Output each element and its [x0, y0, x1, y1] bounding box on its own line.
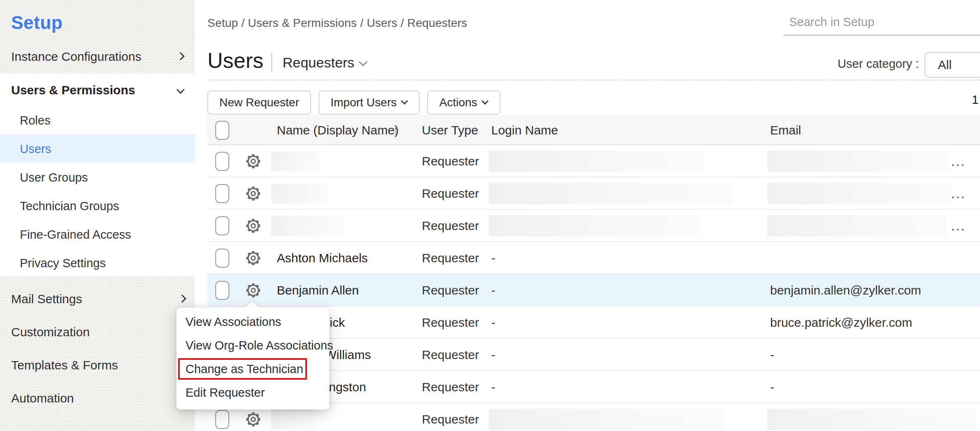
gear-icon[interactable] [246, 283, 261, 298]
chevron-down-icon [401, 98, 408, 105]
sidebar-item-technician-groups[interactable]: Technician Groups [0, 192, 195, 220]
sidebar-item-label: Privacy Settings [20, 256, 106, 270]
actions-button[interactable]: Actions [427, 91, 500, 115]
breadcrumb[interactable]: Setup / Users & Permissions / Users / Re… [207, 17, 467, 30]
redacted-name [271, 409, 316, 429]
sidebar-item-fine-grained-access[interactable]: Fine-Grained Access [0, 220, 195, 249]
user-type-cell: Requester [422, 306, 479, 339]
row-checkbox[interactable] [215, 410, 229, 429]
chevron-right-icon [176, 52, 185, 60]
gear-icon[interactable] [246, 251, 261, 266]
sidebar-item-instance-configurations[interactable]: Instance Configurations [0, 45, 195, 68]
gear-icon[interactable] [246, 154, 261, 169]
table-row[interactable]: ...Requester [207, 145, 980, 177]
redacted-name [271, 184, 329, 204]
redacted-email [767, 183, 952, 204]
setup-logo[interactable]: Setup [11, 12, 63, 33]
sidebar-section-label: Users & Permissions [11, 83, 135, 97]
column-header-name-display-name-[interactable]: Name (Display Name) [277, 115, 399, 145]
page-title: Users [207, 48, 264, 73]
redacted-login-name [489, 409, 725, 430]
sidebar-item-label: Fine-Grained Access [20, 227, 131, 241]
sidebar-item-label: Users [20, 142, 51, 156]
button-label: Actions [439, 96, 477, 109]
table-row[interactable]: ...Requester [207, 210, 980, 242]
new-requester-button[interactable]: New Requester [207, 91, 311, 115]
sidebar-item-label: Mail Settings [11, 292, 82, 306]
login-name-cell: - [491, 339, 495, 371]
sidebar-item-label: Templates & Forms [11, 358, 118, 372]
user-name-cell[interactable]: Ashton Michaels [277, 242, 368, 274]
sidebar-bottom-section: Mail SettingsCustomizationTemplates & Fo… [0, 276, 195, 431]
row-checkbox[interactable] [215, 249, 229, 268]
login-name-cell: - [491, 306, 495, 339]
search-input[interactable] [783, 12, 980, 36]
user-type-cell: Requester [422, 242, 479, 274]
column-header-user-type[interactable]: User Type [422, 115, 478, 145]
button-label: New Requester [219, 96, 299, 109]
column-header-login-name[interactable]: Login Name [491, 115, 558, 145]
email-truncation-ellipsis: ... [951, 177, 966, 210]
menu-item-change-as-technician[interactable]: Change as Technician [176, 357, 329, 381]
chevron-down-icon [481, 98, 488, 105]
select-all-checkbox[interactable] [215, 121, 229, 140]
import-users-button[interactable]: Import Users [319, 91, 420, 115]
sidebar-users-permissions-section: Users & Permissions RolesUsersUser Group… [0, 74, 195, 276]
redacted-login-name [489, 151, 704, 172]
row-checkbox[interactable] [215, 281, 229, 300]
chevron-down-icon [359, 57, 367, 66]
chevron-right-icon [178, 295, 186, 303]
email-truncation-ellipsis: ... [951, 145, 966, 177]
login-name-cell: - [491, 274, 495, 306]
user-type-cell: Requester [422, 210, 479, 242]
email-cell: - [770, 339, 774, 371]
chevron-down-icon [176, 86, 185, 94]
toolbar: New RequesterImport UsersActions [207, 91, 500, 115]
row-context-menu: View AssociationsView Org-Role Associati… [176, 308, 329, 409]
table-row[interactable]: Ashton Michaels-Requester [207, 242, 980, 274]
user-category-select[interactable]: All [925, 52, 980, 78]
menu-item-view-associations[interactable]: View Associations [176, 310, 329, 334]
table-header: Name (Display Name)User TypeLogin NameEm… [207, 115, 980, 145]
row-checkbox[interactable] [215, 216, 229, 235]
column-header-email[interactable]: Email [770, 115, 801, 145]
sidebar-item-user-groups[interactable]: User Groups [0, 163, 195, 192]
sidebar-item-users-permissions[interactable]: Users & Permissions [0, 79, 195, 101]
redacted-email [767, 409, 976, 430]
gear-icon[interactable] [246, 412, 261, 427]
section-divider [207, 79, 980, 81]
user-type-cell: Requester [422, 274, 479, 306]
user-type-cell: Requester [422, 339, 479, 371]
table-row[interactable]: ...Requester [207, 177, 980, 210]
sidebar-item-templates-forms[interactable]: Templates & Forms [0, 353, 195, 378]
user-name-cell[interactable]: ngston [329, 371, 366, 403]
gear-icon[interactable] [246, 218, 261, 233]
sidebar-item-roles[interactable]: Roles [0, 106, 195, 134]
sidebar-item-privacy-settings[interactable]: Privacy Settings [0, 249, 195, 277]
sort-asc-icon[interactable]: ↑ [392, 115, 399, 145]
user-category-label: User category : [822, 57, 919, 71]
sidebar-item-label: Automation [11, 391, 74, 405]
user-type-cell: Requester [422, 177, 479, 210]
redacted-email [767, 215, 947, 237]
sidebar-item-automation[interactable]: Automation [0, 386, 195, 411]
sidebar-item-mail-settings[interactable]: Mail Settings [0, 287, 195, 311]
redacted-name [271, 216, 344, 236]
user-name-cell[interactable]: Benjamin Allen [277, 274, 359, 306]
menu-item-edit-requester[interactable]: Edit Requester [176, 381, 329, 405]
redacted-login-name [489, 215, 702, 237]
table-row[interactable]: Benjamin Allen-benjamin.allen@zylker.com… [207, 274, 980, 306]
sidebar-item-customization[interactable]: Customization [0, 320, 195, 345]
sidebar-top-section: Setup Instance Configurations [0, 0, 195, 74]
gear-icon[interactable] [246, 186, 261, 201]
sidebar-item-users[interactable]: Users [0, 134, 195, 163]
row-checkbox[interactable] [215, 184, 229, 203]
view-selector-requesters[interactable]: Requesters [283, 55, 367, 71]
redacted-login-name [489, 183, 733, 204]
sidebar-item-label: Customization [11, 325, 90, 339]
menu-item-view-org-role-associations[interactable]: View Org-Role Associations [176, 334, 329, 357]
button-label: Import Users [331, 96, 397, 109]
login-name-cell: - [491, 242, 495, 274]
row-checkbox[interactable] [215, 152, 229, 171]
user-type-cell: Requester [422, 403, 479, 431]
